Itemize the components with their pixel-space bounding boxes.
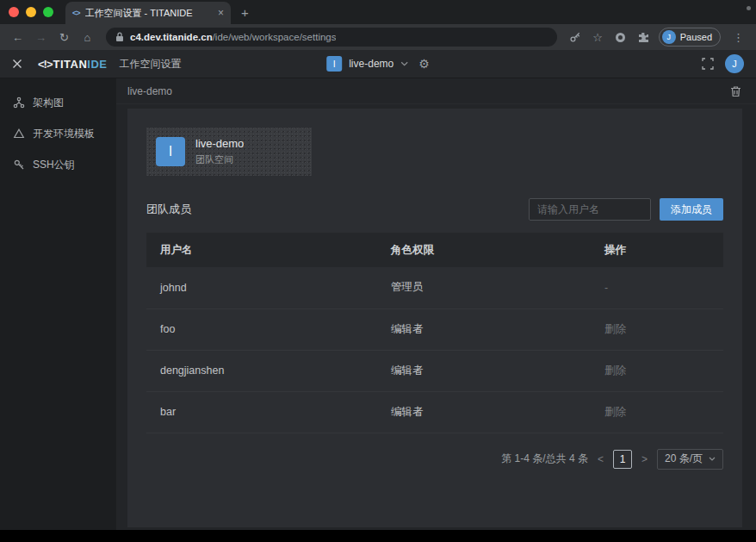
sidebar-item-label: 开发环境模板	[33, 127, 95, 141]
table-row: dengjianshen 编辑者 删除	[146, 350, 723, 391]
window-corner-dot	[747, 6, 751, 10]
traffic-lights	[0, 0, 62, 24]
cell-username: foo	[146, 308, 377, 350]
page-size-select[interactable]: 20 条/页	[657, 449, 723, 470]
settings-card: l live-demo 团队空间 团队成员 添加成员	[127, 109, 742, 527]
fullscreen-icon[interactable]	[702, 58, 714, 70]
sidebar-item-dev-template[interactable]: 开发环境模板	[0, 118, 116, 149]
home-button[interactable]: ⌂	[77, 32, 98, 43]
cell-action: -	[591, 267, 723, 308]
sidebar-item-ssh-key[interactable]: SSH公钥	[0, 149, 116, 180]
url-domain: c4.dev.titanide.cn	[130, 32, 213, 42]
app-header: <!> TITANIDE 工作空间设置 l live-demo ⚙ J	[0, 50, 756, 78]
brand-name-sub: IDE	[87, 58, 107, 71]
pagination-page-1[interactable]: 1	[613, 450, 632, 469]
url-path: /ide/web/workspace/settings	[213, 32, 337, 42]
cell-role: 管理员	[377, 267, 591, 308]
forward-button[interactable]: →	[30, 32, 52, 43]
new-tab-button[interactable]: +	[231, 0, 259, 24]
members-toolbar: 团队成员 添加成员	[146, 198, 723, 221]
delete-workspace-trash-icon[interactable]	[730, 85, 741, 97]
architecture-diagram-icon	[13, 97, 25, 109]
app-body: 架构图 开发环境模板 SSH公钥 live-demo l	[0, 78, 756, 530]
username-input[interactable]	[529, 198, 651, 221]
table-row: johnd 管理员 -	[146, 267, 723, 308]
brand-name-main: TITAN	[53, 58, 88, 71]
workspace-switcher[interactable]: l live-demo ⚙	[326, 56, 430, 72]
pagination-next-icon[interactable]: >	[641, 453, 648, 465]
column-header-username: 用户名	[146, 233, 377, 267]
cell-username: dengjianshen	[146, 350, 377, 391]
delete-member-link[interactable]: 删除	[591, 350, 723, 391]
extensions-puzzle-icon[interactable]	[633, 31, 654, 43]
members-table: 用户名 角色权限 操作 johnd 管理员 - foo	[146, 233, 723, 433]
pagination-summary: 第 1-4 条/总共 4 条	[501, 452, 588, 466]
browser-toolbar: ← → ↻ ⌂ c4.dev.titanide.cn/ide/web/works…	[0, 24, 756, 50]
select-chevron-down-icon	[709, 457, 716, 461]
app-close-icon[interactable]	[12, 59, 22, 69]
main-topbar: live-demo	[116, 78, 756, 104]
table-row: foo 编辑者 删除	[146, 308, 723, 350]
browser-window: <> 工作空间设置 - TITANIDE × + ← → ↻ ⌂ c4.dev.…	[0, 0, 756, 542]
site-security-lock-icon[interactable]	[115, 32, 124, 42]
app-title: 工作空间设置	[120, 57, 182, 72]
delete-member-link[interactable]: 删除	[591, 391, 723, 433]
sidebar-item-label: 架构图	[33, 96, 64, 110]
cell-role: 编辑者	[377, 308, 591, 350]
main-area: live-demo l live-demo 团队空间 团队成员	[116, 78, 756, 530]
add-member-button[interactable]: 添加成员	[660, 198, 723, 221]
profile-avatar: J	[662, 30, 676, 44]
workspace-card-name: live-demo	[195, 137, 244, 150]
workspace-card-type: 团队空间	[195, 153, 244, 166]
user-avatar[interactable]: J	[725, 54, 744, 73]
zoom-window-button[interactable]	[43, 7, 53, 17]
profile-status: Paused	[680, 32, 712, 42]
tab-favicon-icon: <>	[72, 9, 80, 17]
members-actions: 添加成员	[529, 198, 723, 221]
sidebar-item-label: SSH公钥	[33, 158, 75, 172]
password-key-icon[interactable]	[565, 31, 586, 43]
delete-member-link[interactable]: 删除	[591, 308, 723, 350]
breadcrumb: live-demo	[127, 85, 172, 97]
tab-close-icon[interactable]: ×	[218, 8, 224, 18]
pagination-prev-icon[interactable]: <	[598, 453, 604, 465]
chevron-down-icon	[400, 61, 408, 66]
cell-role: 编辑者	[377, 391, 591, 433]
minimize-window-button[interactable]	[26, 7, 36, 17]
tab-strip: <> 工作空间设置 - TITANIDE × +	[0, 0, 756, 24]
reload-button[interactable]: ↻	[53, 32, 75, 43]
cell-username: johnd	[146, 267, 377, 308]
ssh-key-icon	[13, 159, 25, 171]
profile-pill[interactable]: J Paused	[659, 28, 721, 47]
cell-username: bar	[146, 391, 377, 433]
app-header-right: J	[702, 54, 744, 73]
workspace-settings-gear-icon[interactable]: ⚙	[418, 58, 430, 70]
browser-menu-icon[interactable]: ⋮	[728, 32, 749, 43]
address-bar[interactable]: c4.dev.titanide.cn/ide/web/workspace/set…	[106, 28, 557, 47]
logo-glyph-icon: <!>	[38, 58, 53, 71]
bottom-letterbox	[0, 530, 756, 542]
cell-role: 编辑者	[377, 350, 591, 391]
browser-tab[interactable]: <> 工作空间设置 - TITANIDE ×	[65, 2, 231, 24]
workspace-name: live-demo	[349, 58, 393, 70]
template-icon	[13, 128, 25, 140]
table-row: bar 编辑者 删除	[146, 391, 723, 433]
page-size-value: 20 条/页	[665, 452, 703, 466]
workspace-card-meta: live-demo 团队空间	[195, 137, 244, 166]
page-url: c4.dev.titanide.cn/ide/web/workspace/set…	[130, 32, 336, 42]
workspace-card-badge: l	[156, 137, 185, 166]
extension-circle-icon[interactable]	[610, 33, 631, 42]
tab-title: 工作空间设置 - TITANIDE	[85, 7, 213, 20]
close-window-button[interactable]	[9, 7, 19, 17]
table-header-row: 用户名 角色权限 操作	[146, 233, 723, 267]
column-header-action: 操作	[591, 233, 723, 267]
workspace-badge: l	[326, 56, 342, 72]
workspace-card: l live-demo 团队空间	[146, 128, 312, 176]
sidebar: 架构图 开发环境模板 SSH公钥	[0, 78, 116, 530]
bookmark-star-icon[interactable]: ☆	[587, 32, 609, 43]
pagination: 第 1-4 条/总共 4 条 < 1 > 20 条/页	[146, 449, 723, 470]
back-button[interactable]: ←	[7, 32, 28, 43]
members-heading: 团队成员	[146, 202, 191, 217]
sidebar-item-architecture[interactable]: 架构图	[0, 87, 116, 118]
column-header-role: 角色权限	[377, 233, 591, 267]
